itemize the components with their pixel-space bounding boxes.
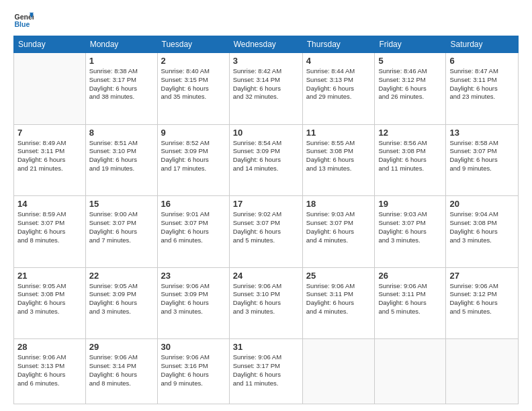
calendar-table: SundayMondayTuesdayWednesdayThursdayFrid… xyxy=(13,36,519,404)
day-number: 10 xyxy=(233,128,299,138)
day-number: 23 xyxy=(161,271,226,281)
weekday-header-sunday: Sunday xyxy=(14,36,86,53)
day-info: Sunrise: 9:03 AM Sunset: 3:07 PM Dayligh… xyxy=(306,210,371,244)
day-number: 29 xyxy=(89,342,154,352)
day-info: Sunrise: 9:06 AM Sunset: 3:17 PM Dayligh… xyxy=(233,353,299,387)
day-info: Sunrise: 9:01 AM Sunset: 3:07 PM Dayligh… xyxy=(161,210,226,244)
day-info: Sunrise: 8:51 AM Sunset: 3:10 PM Dayligh… xyxy=(89,139,154,173)
day-info: Sunrise: 9:00 AM Sunset: 3:07 PM Dayligh… xyxy=(89,210,154,244)
calendar-cell: 7Sunrise: 8:49 AM Sunset: 3:11 PM Daylig… xyxy=(14,124,86,196)
calendar-cell: 2Sunrise: 8:40 AM Sunset: 3:15 PM Daylig… xyxy=(157,53,229,125)
calendar-cell: 19Sunrise: 9:03 AM Sunset: 3:07 PM Dayli… xyxy=(375,196,446,268)
day-number: 14 xyxy=(17,199,82,209)
calendar-cell: 22Sunrise: 9:05 AM Sunset: 3:09 PM Dayli… xyxy=(85,267,157,339)
day-number: 16 xyxy=(161,199,226,209)
day-info: Sunrise: 9:02 AM Sunset: 3:07 PM Dayligh… xyxy=(233,210,299,244)
calendar-cell: 16Sunrise: 9:01 AM Sunset: 3:07 PM Dayli… xyxy=(157,196,229,268)
calendar-cell: 12Sunrise: 8:56 AM Sunset: 3:08 PM Dayli… xyxy=(375,124,446,196)
weekday-header-friday: Friday xyxy=(375,36,446,53)
calendar-cell: 27Sunrise: 9:06 AM Sunset: 3:12 PM Dayli… xyxy=(446,267,519,339)
calendar-week-row: 7Sunrise: 8:49 AM Sunset: 3:11 PM Daylig… xyxy=(14,124,519,196)
day-number: 18 xyxy=(306,199,371,209)
calendar-cell: 29Sunrise: 9:06 AM Sunset: 3:14 PM Dayli… xyxy=(85,339,157,404)
day-number: 8 xyxy=(89,128,154,138)
day-info: Sunrise: 8:54 AM Sunset: 3:09 PM Dayligh… xyxy=(233,139,299,173)
calendar-cell xyxy=(446,339,519,404)
day-info: Sunrise: 8:55 AM Sunset: 3:08 PM Dayligh… xyxy=(306,139,371,173)
day-number: 22 xyxy=(89,271,154,281)
calendar-cell: 20Sunrise: 9:04 AM Sunset: 3:08 PM Dayli… xyxy=(446,196,519,268)
calendar-cell: 13Sunrise: 8:58 AM Sunset: 3:07 PM Dayli… xyxy=(446,124,519,196)
day-info: Sunrise: 9:06 AM Sunset: 3:14 PM Dayligh… xyxy=(89,353,154,387)
day-info: Sunrise: 8:59 AM Sunset: 3:07 PM Dayligh… xyxy=(17,210,82,244)
day-number: 7 xyxy=(17,128,82,138)
day-info: Sunrise: 9:06 AM Sunset: 3:10 PM Dayligh… xyxy=(233,282,299,316)
weekday-header-wednesday: Wednesday xyxy=(229,36,302,53)
calendar-cell: 8Sunrise: 8:51 AM Sunset: 3:10 PM Daylig… xyxy=(85,124,157,196)
calendar-cell: 10Sunrise: 8:54 AM Sunset: 3:09 PM Dayli… xyxy=(229,124,302,196)
day-number: 20 xyxy=(449,199,515,209)
day-info: Sunrise: 9:06 AM Sunset: 3:13 PM Dayligh… xyxy=(17,353,82,387)
day-number: 12 xyxy=(378,128,442,138)
header: General Blue xyxy=(13,10,519,30)
weekday-header-thursday: Thursday xyxy=(302,36,375,53)
day-info: Sunrise: 8:52 AM Sunset: 3:09 PM Dayligh… xyxy=(161,139,226,173)
day-info: Sunrise: 8:46 AM Sunset: 3:12 PM Dayligh… xyxy=(378,67,442,101)
day-number: 17 xyxy=(233,199,299,209)
svg-text:Blue: Blue xyxy=(15,20,30,28)
calendar-cell: 11Sunrise: 8:55 AM Sunset: 3:08 PM Dayli… xyxy=(302,124,375,196)
day-number: 26 xyxy=(378,271,442,281)
calendar-cell: 21Sunrise: 9:05 AM Sunset: 3:08 PM Dayli… xyxy=(14,267,86,339)
day-info: Sunrise: 8:44 AM Sunset: 3:13 PM Dayligh… xyxy=(306,67,371,101)
day-number: 21 xyxy=(17,271,82,281)
day-info: Sunrise: 9:05 AM Sunset: 3:08 PM Dayligh… xyxy=(17,282,82,316)
calendar-week-row: 21Sunrise: 9:05 AM Sunset: 3:08 PM Dayli… xyxy=(14,267,519,339)
day-info: Sunrise: 8:49 AM Sunset: 3:11 PM Dayligh… xyxy=(17,139,82,173)
day-number: 1 xyxy=(89,56,154,66)
day-info: Sunrise: 8:58 AM Sunset: 3:07 PM Dayligh… xyxy=(449,139,515,173)
day-number: 15 xyxy=(89,199,154,209)
calendar-cell: 18Sunrise: 9:03 AM Sunset: 3:07 PM Dayli… xyxy=(302,196,375,268)
day-number: 30 xyxy=(161,342,226,352)
day-info: Sunrise: 8:38 AM Sunset: 3:17 PM Dayligh… xyxy=(89,67,154,101)
day-number: 27 xyxy=(449,271,515,281)
day-number: 9 xyxy=(161,128,226,138)
day-number: 28 xyxy=(17,342,82,352)
calendar-week-row: 1Sunrise: 8:38 AM Sunset: 3:17 PM Daylig… xyxy=(14,53,519,125)
calendar-cell: 14Sunrise: 8:59 AM Sunset: 3:07 PM Dayli… xyxy=(14,196,86,268)
logo: General Blue xyxy=(13,10,36,30)
calendar-cell: 6Sunrise: 8:47 AM Sunset: 3:11 PM Daylig… xyxy=(446,53,519,125)
calendar-cell xyxy=(14,53,86,125)
day-number: 31 xyxy=(233,342,299,352)
day-number: 19 xyxy=(378,199,442,209)
calendar-cell: 25Sunrise: 9:06 AM Sunset: 3:11 PM Dayli… xyxy=(302,267,375,339)
day-info: Sunrise: 9:04 AM Sunset: 3:08 PM Dayligh… xyxy=(449,210,515,244)
day-number: 11 xyxy=(306,128,371,138)
day-info: Sunrise: 8:40 AM Sunset: 3:15 PM Dayligh… xyxy=(161,67,226,101)
calendar-cell: 30Sunrise: 9:06 AM Sunset: 3:16 PM Dayli… xyxy=(157,339,229,404)
day-info: Sunrise: 8:56 AM Sunset: 3:08 PM Dayligh… xyxy=(378,139,442,173)
calendar-week-row: 14Sunrise: 8:59 AM Sunset: 3:07 PM Dayli… xyxy=(14,196,519,268)
day-info: Sunrise: 9:05 AM Sunset: 3:09 PM Dayligh… xyxy=(89,282,154,316)
day-number: 25 xyxy=(306,271,371,281)
calendar-cell: 31Sunrise: 9:06 AM Sunset: 3:17 PM Dayli… xyxy=(229,339,302,404)
calendar-cell: 1Sunrise: 8:38 AM Sunset: 3:17 PM Daylig… xyxy=(85,53,157,125)
weekday-header-tuesday: Tuesday xyxy=(157,36,229,53)
day-number: 13 xyxy=(449,128,515,138)
day-info: Sunrise: 9:06 AM Sunset: 3:09 PM Dayligh… xyxy=(161,282,226,316)
day-number: 4 xyxy=(306,56,371,66)
calendar-cell: 17Sunrise: 9:02 AM Sunset: 3:07 PM Dayli… xyxy=(229,196,302,268)
calendar-cell: 23Sunrise: 9:06 AM Sunset: 3:09 PM Dayli… xyxy=(157,267,229,339)
day-number: 3 xyxy=(233,56,299,66)
day-info: Sunrise: 8:42 AM Sunset: 3:14 PM Dayligh… xyxy=(233,67,299,101)
calendar-cell: 15Sunrise: 9:00 AM Sunset: 3:07 PM Dayli… xyxy=(85,196,157,268)
calendar-cell: 24Sunrise: 9:06 AM Sunset: 3:10 PM Dayli… xyxy=(229,267,302,339)
day-info: Sunrise: 9:06 AM Sunset: 3:11 PM Dayligh… xyxy=(378,282,442,316)
calendar-cell: 26Sunrise: 9:06 AM Sunset: 3:11 PM Dayli… xyxy=(375,267,446,339)
weekday-header-row: SundayMondayTuesdayWednesdayThursdayFrid… xyxy=(14,36,519,53)
calendar-cell: 4Sunrise: 8:44 AM Sunset: 3:13 PM Daylig… xyxy=(302,53,375,125)
weekday-header-monday: Monday xyxy=(85,36,157,53)
logo-icon: General Blue xyxy=(13,10,34,30)
calendar-cell: 3Sunrise: 8:42 AM Sunset: 3:14 PM Daylig… xyxy=(229,53,302,125)
day-info: Sunrise: 9:03 AM Sunset: 3:07 PM Dayligh… xyxy=(378,210,442,244)
